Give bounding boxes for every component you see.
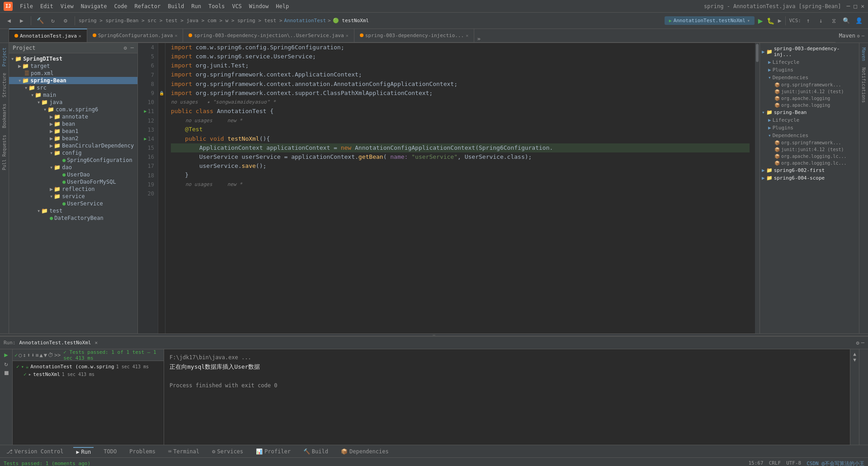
maven-expand-deps-1[interactable]: ▾ bbox=[768, 75, 771, 81]
footer-tab-run[interactable]: ▶ Run bbox=[73, 447, 94, 456]
maven-spring6004[interactable]: ▶ 📁 spring6-004-scope bbox=[760, 174, 859, 182]
menu-file[interactable]: File bbox=[16, 2, 37, 10]
bookmarks-tab[interactable]: Bookmarks bbox=[1, 101, 8, 131]
tree-expand-service[interactable]: ▾ bbox=[50, 193, 53, 200]
toolbar-more-btn[interactable]: >> bbox=[54, 352, 61, 358]
maven-expand-lifecycle-2[interactable]: ▶ bbox=[768, 117, 771, 123]
maven-expand-spring003[interactable]: ▶ bbox=[762, 49, 765, 55]
tree-userdao[interactable]: ● UserDao bbox=[9, 171, 137, 178]
tree-datefactorybean[interactable]: ● DateFactoryBean bbox=[9, 214, 137, 222]
code-content-area[interactable]: import com.w.spring6.config.Spring6Confi… bbox=[165, 43, 755, 333]
maven-dep-logging-1a[interactable]: 📦 org.apache.logging bbox=[760, 95, 859, 102]
menu-refactor[interactable]: Refactor bbox=[131, 2, 164, 10]
tree-src[interactable]: ▾ 📁 src bbox=[9, 84, 137, 91]
tab-close-spring6[interactable]: ✕ bbox=[175, 33, 177, 38]
tree-pomxml[interactable]: ☰ pom.xml bbox=[9, 70, 137, 77]
menu-edit[interactable]: Edit bbox=[37, 2, 57, 10]
vcs-history-btn[interactable]: ⧖ bbox=[828, 15, 839, 26]
run-settings-btn[interactable]: ⚙ bbox=[856, 340, 859, 346]
run-config-selector[interactable]: ▶ AnnotationTest.testNoXml ▾ bbox=[665, 16, 755, 25]
tree-expand-dao[interactable]: ▾ bbox=[50, 164, 53, 171]
footer-tab-todo[interactable]: TODO bbox=[101, 447, 119, 456]
user-btn[interactable]: 👤 bbox=[854, 15, 864, 26]
tab-userservice[interactable]: spring-003-dependency-injection\..UserSe… bbox=[183, 29, 354, 42]
toolbar-settings-btn[interactable]: ⚙ bbox=[60, 15, 71, 26]
toolbar-list-btn[interactable]: ≡ bbox=[35, 352, 38, 358]
footer-tab-build[interactable]: 🔨 Build bbox=[301, 447, 331, 456]
maven-dep-junit-2[interactable]: 📦 junit:junit:4.12 (test) bbox=[760, 146, 859, 153]
tree-expand-bean2[interactable]: ▶ bbox=[50, 135, 53, 142]
coverage-btn[interactable]: ▶ bbox=[778, 17, 782, 24]
tree-expand-comwspring6[interactable]: ▾ bbox=[43, 106, 47, 113]
tab-close-annotation-test[interactable]: ✕ bbox=[79, 33, 81, 38]
maven-expand-spring-bean[interactable]: ▾ bbox=[762, 109, 765, 115]
run-tab-active[interactable]: AnnotationTest.testNoXml bbox=[19, 340, 91, 346]
tree-service[interactable]: ▾ 📁 service bbox=[9, 193, 137, 200]
tree-dao[interactable]: ▾ 📁 dao bbox=[9, 164, 137, 171]
maven-plugins-1[interactable]: ▶ Plugins bbox=[760, 66, 859, 74]
tree-expand-main[interactable]: ▾ bbox=[31, 92, 34, 98]
menu-build[interactable]: Build bbox=[164, 2, 188, 10]
tree-expand-beancircular[interactable]: ▶ bbox=[50, 143, 53, 149]
maven-dep-logging-2a[interactable]: 📦 org.apache.logging.lc... bbox=[760, 153, 859, 160]
menu-code[interactable]: Code bbox=[111, 2, 131, 10]
menu-help[interactable]: Help bbox=[272, 2, 292, 10]
tree-test-dir[interactable]: ▾ 📁 test bbox=[9, 207, 137, 214]
structure-tab[interactable]: Structure bbox=[1, 70, 8, 100]
maven-spring6002[interactable]: ▶ 📁 spring6-002-first bbox=[760, 166, 859, 174]
editor-scrollbar[interactable] bbox=[755, 43, 760, 333]
footer-tab-version-control[interactable]: ⎇ Version Control bbox=[4, 447, 66, 456]
menu-tools[interactable]: Tools bbox=[205, 2, 228, 10]
tree-expand-test-dir[interactable]: ▾ bbox=[37, 208, 40, 214]
tree-expand-reflection[interactable]: ▶ bbox=[50, 186, 53, 192]
tree-expand-bean[interactable]: ▶ bbox=[50, 121, 53, 127]
annotation-test-link[interactable]: AnnotationTest bbox=[284, 18, 326, 24]
test-main-expand[interactable]: ▾ bbox=[21, 364, 24, 369]
tree-expand-bean1[interactable]: ▶ bbox=[50, 128, 53, 134]
pull-requests-tab[interactable]: Pull Requests bbox=[1, 132, 8, 173]
maven-expand-plugins-1[interactable]: ▶ bbox=[768, 67, 771, 73]
close-btn[interactable]: ✕ bbox=[861, 3, 864, 10]
maven-side-tab[interactable]: Maven bbox=[860, 45, 867, 64]
tree-java[interactable]: ▾ 📁 java bbox=[9, 99, 137, 106]
menu-view[interactable]: View bbox=[57, 2, 77, 10]
tab-spring6-config[interactable]: Spring6Configuration.java ✕ bbox=[87, 29, 184, 42]
footer-tab-terminal[interactable]: ⌨ Terminal bbox=[165, 447, 202, 456]
notifications-side-tab[interactable]: Notifications bbox=[860, 65, 867, 105]
toolbar-filter-btn[interactable]: ⬇ bbox=[31, 352, 34, 358]
tree-bean1[interactable]: ▶ 📁 bean1 bbox=[9, 128, 137, 135]
footer-tab-deps[interactable]: 📦 Dependencies bbox=[338, 447, 392, 456]
maven-dep-logging-2b[interactable]: 📦 org.apache.logging.lc... bbox=[760, 160, 859, 166]
minimize-btn[interactable]: ─ bbox=[847, 3, 850, 10]
run-config-dropdown[interactable]: ▾ bbox=[747, 18, 750, 23]
vcs-update-btn[interactable]: ↑ bbox=[803, 15, 814, 26]
tree-target[interactable]: ▶ 📁 target bbox=[9, 62, 137, 70]
menu-window[interactable]: Window bbox=[245, 2, 272, 10]
tab-close-spring003[interactable]: ✕ bbox=[466, 33, 468, 38]
sidebar-options[interactable]: ⚙ bbox=[124, 45, 127, 51]
scrollbar-thumb[interactable] bbox=[756, 44, 759, 62]
tree-bean[interactable]: ▶ 📁 bean bbox=[9, 120, 137, 128]
tree-comwspring6[interactable]: ▾ 📁 com.w.spring6 bbox=[9, 106, 137, 113]
run-minimize-btn[interactable]: ─ bbox=[861, 340, 864, 346]
maven-spring003[interactable]: ▶ 📁 spring-003-dependency-inj... bbox=[760, 45, 859, 58]
maven-expand-lifecycle-1[interactable]: ▶ bbox=[768, 59, 771, 65]
toolbar-export-btn[interactable]: ⬆ bbox=[27, 352, 30, 358]
maven-deps-2[interactable]: ▾ Dependencies bbox=[760, 132, 859, 139]
maven-expand-plugins-2[interactable]: ▶ bbox=[768, 125, 771, 131]
tab-close-userservice[interactable]: ✕ bbox=[346, 33, 349, 38]
toolbar-forward-btn[interactable]: ▶ bbox=[16, 15, 27, 26]
maven-spring-bean[interactable]: ▾ 📁 spring-Bean bbox=[760, 109, 859, 116]
run-rerun-btn[interactable]: ↻ bbox=[4, 360, 8, 367]
maven-lifecycle-2[interactable]: ▶ Lifecycle bbox=[760, 116, 859, 124]
tab-annotation-test[interactable]: AnnotationTest.java ✕ bbox=[9, 29, 87, 42]
maven-dep-logging-1b[interactable]: 📦 org.apache.logging bbox=[760, 102, 859, 109]
run-scroll-down[interactable]: ▼ bbox=[853, 357, 856, 363]
tree-spring-bean[interactable]: ▾ 📁 spring-Bean bbox=[9, 77, 137, 84]
toolbar-sync-btn[interactable]: ↻ bbox=[47, 15, 58, 26]
tree-config[interactable]: ▾ 📁 config bbox=[9, 149, 137, 157]
tree-reflection[interactable]: ▶ 📁 reflection bbox=[9, 185, 137, 193]
tree-expand-java[interactable]: ▾ bbox=[37, 99, 40, 105]
menu-vcs[interactable]: VCS bbox=[228, 2, 245, 10]
test-method-link[interactable]: 🟢 testNoXml bbox=[333, 18, 369, 24]
